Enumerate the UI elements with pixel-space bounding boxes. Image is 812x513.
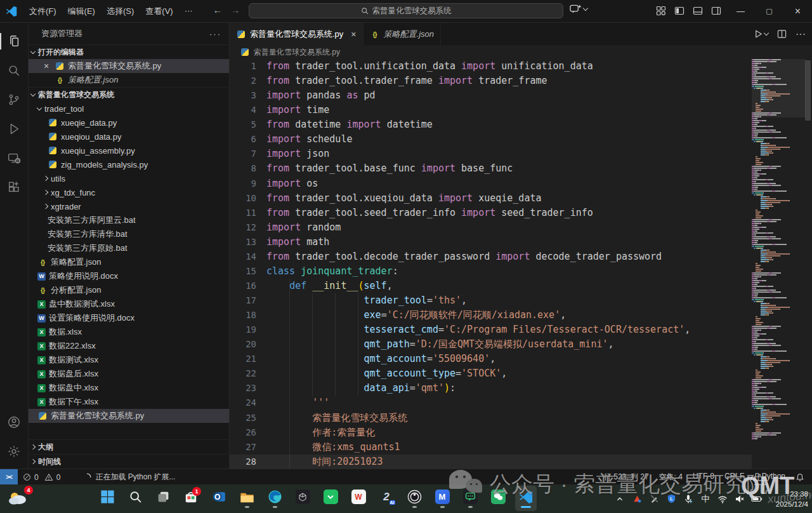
pen-disabled-tray-icon[interactable] bbox=[648, 493, 660, 505]
tree-item-file[interactable]: X数据测试.xlsx bbox=[29, 353, 229, 367]
tree-item-file[interactable]: 安装第三方库清华.bat bbox=[29, 227, 229, 241]
volume-muted-icon[interactable] bbox=[734, 493, 745, 505]
nav-back-icon[interactable]: ← bbox=[211, 4, 225, 15]
taskbar-app-search[interactable] bbox=[124, 486, 146, 511]
minimap[interactable] bbox=[752, 59, 806, 469]
microphone-tray-icon[interactable] bbox=[683, 493, 694, 505]
minimize-icon[interactable]: — bbox=[726, 0, 755, 22]
problems-indicator[interactable]: 0 0 bbox=[23, 473, 60, 482]
tree-item-file[interactable]: xueqiu_assembly.py bbox=[29, 143, 229, 157]
code-line[interactable]: 27 微信:xms_quants1 bbox=[230, 440, 752, 455]
code-line[interactable]: 16 def __init__(self, bbox=[230, 279, 752, 293]
code-line[interactable]: 28 时间:20251023 bbox=[230, 455, 752, 469]
extensions-icon[interactable] bbox=[0, 173, 28, 202]
taskbar-app-obs[interactable] bbox=[403, 486, 425, 511]
taskbar-clock[interactable]: 23:38 2025/12/4 bbox=[776, 490, 808, 509]
menu-item-2[interactable]: 选择(S) bbox=[101, 4, 140, 19]
taskbar-app-start[interactable] bbox=[96, 486, 118, 511]
tree-item-file[interactable]: X数据盘后.xlsx bbox=[29, 367, 229, 381]
code-line[interactable]: 1from trader_tool.unification_data impor… bbox=[230, 59, 752, 74]
taskbar-app-outlook[interactable]: O bbox=[208, 486, 230, 511]
weather-widget-icon[interactable]: 4 bbox=[6, 488, 32, 510]
open-editors-header[interactable]: 打开的编辑器 bbox=[29, 44, 229, 59]
antivirus-tray-icon[interactable] bbox=[631, 493, 643, 505]
tray-chevron-up-icon[interactable] bbox=[614, 493, 625, 505]
code-line[interactable]: 8from trader_tool.base_func import base_… bbox=[230, 161, 752, 176]
code-line[interactable]: 14from trader_tool.decode_trader_passwor… bbox=[230, 250, 752, 264]
code-line[interactable]: 24 ''' bbox=[230, 396, 752, 410]
close-icon[interactable]: × bbox=[783, 0, 812, 22]
menu-item-1[interactable]: 编辑(E) bbox=[62, 4, 101, 19]
taskbar-app-wechat[interactable] bbox=[487, 486, 509, 511]
breadcrumb[interactable]: 索普量化雪球交易系统.py bbox=[230, 45, 812, 59]
status-item[interactable]: UTF-8 bbox=[693, 472, 714, 483]
tree-item-file[interactable]: X数据下午.xlsx bbox=[29, 395, 229, 409]
code-line[interactable]: 22 qmt_account_type='STOCK', bbox=[230, 366, 752, 381]
status-item[interactable]: CRLF bbox=[724, 472, 744, 483]
tree-item-file[interactable]: 安装第三方库原始.bat bbox=[29, 241, 229, 255]
copilot-button[interactable] bbox=[570, 4, 587, 14]
taskbar-app-game-box[interactable] bbox=[292, 486, 313, 511]
split-editor-icon[interactable] bbox=[777, 29, 787, 39]
command-center-search[interactable]: 索普量化雪球交易系统 bbox=[249, 3, 563, 18]
tab-inactive[interactable]: {}策略配置.json bbox=[363, 23, 441, 45]
code-line[interactable]: 3import pandas as pd bbox=[230, 88, 752, 103]
code-line[interactable]: 19 tesseract_cmd='C:/Program Files/Tesse… bbox=[230, 323, 752, 337]
code-line[interactable]: 20 qmt_path='D:/国金QMT交易端模拟/userdata_mini… bbox=[230, 337, 752, 352]
close-icon[interactable]: × bbox=[41, 61, 51, 71]
code-line[interactable]: 17 trader_tool='ths', bbox=[230, 293, 752, 308]
close-icon[interactable]: × bbox=[351, 29, 356, 39]
code-line[interactable]: 2from trader_tool.trader_frame import tr… bbox=[230, 74, 752, 88]
code-line[interactable]: 23 data_api='qmt'): bbox=[230, 381, 752, 396]
loading-status[interactable]: 正在加载 Python 扩展... bbox=[83, 472, 175, 483]
taskbar-app-browser-ai[interactable]: 2AI bbox=[376, 486, 397, 511]
menu-item-0[interactable]: 文件(F) bbox=[23, 4, 62, 19]
status-item[interactable]: {} Python bbox=[754, 472, 785, 483]
wifi-icon[interactable] bbox=[717, 493, 728, 505]
status-item[interactable]: 行 523, 列 27 bbox=[604, 472, 649, 483]
tree-item-folder[interactable]: utils bbox=[29, 171, 229, 185]
code-line[interactable]: 4import time bbox=[230, 103, 752, 117]
tree-item-file[interactable]: zig_models_analysis.py bbox=[29, 157, 229, 171]
code-line[interactable]: 18 exe='C:/同花顺软件/同花顺/xiadan.exe', bbox=[230, 308, 752, 323]
tree-item-folder[interactable]: xgtrader bbox=[29, 199, 229, 213]
workspace-header[interactable]: 索普量化雪球交易系统 bbox=[29, 87, 229, 102]
code-line[interactable]: 11from trader_tool.seed_trader_info impo… bbox=[230, 206, 752, 220]
open-editor-item[interactable]: {}策略配置.json bbox=[29, 73, 229, 87]
toggle-primary-sidebar-icon[interactable] bbox=[674, 6, 684, 16]
scrollbar-thumb[interactable] bbox=[805, 60, 811, 121]
tree-item-folder[interactable]: trader_tool bbox=[29, 102, 229, 116]
timeline-section[interactable]: 时间线 bbox=[29, 454, 229, 469]
taskbar-app-mark-m[interactable]: M bbox=[431, 486, 453, 511]
tab-active[interactable]: 索普量化雪球交易系统.py× bbox=[230, 23, 363, 45]
tree-item-file[interactable]: X数据222.xlsx bbox=[29, 339, 229, 353]
tree-item-file[interactable]: {}分析配置.json bbox=[29, 283, 229, 297]
status-item[interactable]: 空格: 4 bbox=[659, 472, 683, 483]
taskbar-app-vscode[interactable] bbox=[515, 486, 537, 511]
tree-item-file[interactable]: X数据.xlsx bbox=[29, 325, 229, 339]
toggle-panel-icon[interactable] bbox=[693, 6, 703, 16]
battery-icon[interactable] bbox=[751, 493, 763, 505]
editor-more-actions-icon[interactable]: ··· bbox=[796, 29, 806, 40]
taskbar-app-task-view[interactable] bbox=[152, 486, 174, 511]
settings-gear-icon[interactable] bbox=[0, 437, 28, 466]
tree-item-file[interactable]: 安装第三方库阿里云.bat bbox=[29, 213, 229, 227]
code-line[interactable]: 9import os bbox=[230, 177, 752, 191]
code-line[interactable]: 5from datetime import datetime bbox=[230, 117, 752, 132]
code-line[interactable]: 7import json bbox=[230, 147, 752, 161]
tree-item-file[interactable]: xueqie_data.py bbox=[29, 116, 229, 130]
minimap-viewport[interactable] bbox=[752, 59, 806, 117]
maximize-icon[interactable]: ▢ bbox=[755, 0, 783, 22]
code-line[interactable]: 26 作者:索普量化 bbox=[230, 425, 752, 440]
run-debug-icon[interactable] bbox=[0, 114, 28, 143]
customize-layout-icon[interactable] bbox=[656, 6, 666, 16]
outline-section[interactable]: 大纲 bbox=[29, 439, 229, 454]
tree-item-file[interactable]: {}策略配置.json bbox=[29, 255, 229, 269]
search-sidebar-icon[interactable] bbox=[0, 56, 28, 85]
tree-item-file[interactable]: xueqiou_data.py bbox=[29, 130, 229, 143]
run-python-button[interactable] bbox=[754, 29, 768, 39]
taskbar-app-explorer[interactable] bbox=[236, 486, 258, 511]
nav-forward-icon[interactable]: → bbox=[228, 4, 242, 15]
taskbar-app-chat-green[interactable] bbox=[459, 486, 481, 511]
account-icon[interactable] bbox=[0, 408, 28, 437]
